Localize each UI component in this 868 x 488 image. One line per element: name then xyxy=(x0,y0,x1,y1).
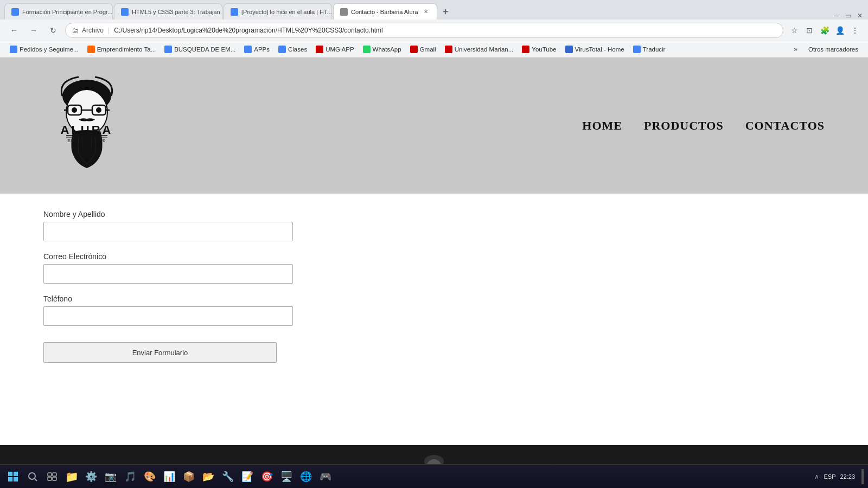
nav-home[interactable]: HOME xyxy=(582,119,622,133)
bookmark-label-universidad: Universidad Marian... xyxy=(455,46,514,53)
bookmark-others[interactable]: Otros marcadores xyxy=(805,43,861,55)
email-input[interactable] xyxy=(43,264,293,284)
reload-button[interactable]: ↻ xyxy=(46,23,61,38)
bookmark-star-icon[interactable]: ☆ xyxy=(788,24,801,37)
back-button[interactable]: ← xyxy=(7,23,22,38)
bookmark-whatsapp[interactable]: WhatsApp xyxy=(360,43,405,55)
logo-area: ALURA ESTD 2020 xyxy=(43,72,582,180)
taskbar-paint[interactable]: 🎨 xyxy=(141,468,158,485)
taskbar-up-arrow[interactable]: ∧ xyxy=(814,473,819,480)
tab-close-4[interactable]: ✕ xyxy=(422,8,430,16)
taskbar-files[interactable]: 📂 xyxy=(200,468,217,485)
browser-tab-1[interactable]: Formación Principiante en Progr... ✕ xyxy=(4,3,113,20)
bookmark-clases[interactable]: Clases xyxy=(275,43,310,55)
task-view-button[interactable] xyxy=(43,468,61,485)
svg-rect-28 xyxy=(53,477,56,480)
bookmark-pedidos[interactable]: Pedidos y Seguime... xyxy=(7,43,82,55)
bookmark-favicon-youtube xyxy=(522,46,529,53)
bookmark-favicon-whatsapp xyxy=(363,46,371,53)
taskbar-music[interactable]: 🎵 xyxy=(122,468,139,485)
taskbar-notepad[interactable]: 📝 xyxy=(239,468,256,485)
form-group-name: Nombre y Apellido xyxy=(43,210,825,241)
taskbar-camera[interactable]: 📷 xyxy=(102,468,119,485)
bookmark-label-emprendimiento: Emprendimiento Ta... xyxy=(97,46,156,53)
bookmark-universidad[interactable]: Universidad Marian... xyxy=(442,43,517,55)
profile-icon[interactable]: 👤 xyxy=(833,24,846,37)
url-scheme-icon: 🗂 xyxy=(72,27,79,34)
svg-rect-25 xyxy=(48,473,52,476)
taskbar-target[interactable]: 🎯 xyxy=(258,468,276,485)
bookmark-favicon-pedidos xyxy=(10,46,17,53)
taskbar-folder[interactable]: 📁 xyxy=(63,468,80,485)
svg-rect-26 xyxy=(53,473,56,476)
extensions-icon[interactable]: 🧩 xyxy=(818,24,831,37)
name-input[interactable] xyxy=(43,222,293,241)
minimize-button[interactable]: ─ xyxy=(832,12,840,20)
bookmark-label-traducir: Traducir xyxy=(643,46,666,53)
browser-tab-2[interactable]: HTML5 y CSS3 parte 3: Trabajan... ✕ xyxy=(114,3,222,20)
nav-products[interactable]: PRODUCTOS xyxy=(644,119,724,133)
bookmark-label-youtube: YouTube xyxy=(532,46,556,53)
bookmark-favicon-virustotal xyxy=(565,46,573,53)
close-window-button[interactable]: ✕ xyxy=(856,12,864,20)
bookmark-emprendimiento[interactable]: Emprendimiento Ta... xyxy=(84,43,159,55)
bookmark-favicon-busqueda xyxy=(164,46,172,53)
tab-favicon-1 xyxy=(11,8,19,16)
svg-rect-19 xyxy=(8,472,12,476)
taskbar-lang: ESP xyxy=(824,473,835,480)
nav-contacts[interactable]: CONTACTOS xyxy=(745,119,825,133)
bookmark-favicon-umg xyxy=(316,46,323,53)
bookmark-busqueda[interactable]: BUSQUEDA DE EM... xyxy=(161,43,239,55)
start-button[interactable] xyxy=(4,468,22,485)
taskbar-excel[interactable]: 📊 xyxy=(161,468,178,485)
svg-point-7 xyxy=(72,107,77,113)
bookmark-favicon-apps xyxy=(244,46,252,53)
bookmark-favicon-clases xyxy=(278,46,286,53)
cast-icon[interactable]: ⊡ xyxy=(803,24,816,37)
new-tab-button[interactable]: + xyxy=(438,4,454,20)
taskbar-tools[interactable]: 🔧 xyxy=(219,468,237,485)
name-label: Nombre y Apellido xyxy=(43,210,825,219)
bookmark-label-virustotal: VirusTotal - Home xyxy=(575,46,624,53)
bookmarks-more-button[interactable]: » xyxy=(790,44,801,54)
bookmark-favicon-emprendimiento xyxy=(87,46,95,53)
menu-icon[interactable]: ⋮ xyxy=(848,24,861,37)
taskbar-game[interactable]: 🎮 xyxy=(317,468,334,485)
taskbar-show-desktop[interactable] xyxy=(861,469,864,484)
bookmark-youtube[interactable]: YouTube xyxy=(519,43,559,55)
svg-rect-21 xyxy=(8,477,12,481)
taskbar-monitor[interactable]: 🖥️ xyxy=(278,468,295,485)
bookmark-umg[interactable]: UMG APP xyxy=(312,43,357,55)
forward-button[interactable]: → xyxy=(26,23,41,38)
bookmark-virustotal[interactable]: VirusTotal - Home xyxy=(562,43,628,55)
address-bar: ← → ↻ 🗂 Archivo | C:/Users/rip14/Desktop… xyxy=(0,20,868,41)
phone-input[interactable] xyxy=(43,306,293,326)
url-text: C:/Users/rip14/Desktop/Logica%20de%20pro… xyxy=(114,27,383,34)
barber-logo: ALURA ESTD 2020 xyxy=(43,72,130,180)
bookmark-label-clases: Clases xyxy=(288,46,307,53)
svg-point-8 xyxy=(96,107,101,113)
taskbar-time: 22:23 xyxy=(840,473,855,480)
email-label: Correo Electrónico xyxy=(43,252,825,261)
bookmark-gmail[interactable]: Gmail xyxy=(407,43,439,55)
taskbar-package[interactable]: 📦 xyxy=(180,468,197,485)
taskbar-browser[interactable]: 🌐 xyxy=(297,468,315,485)
bookmark-traducir[interactable]: Traducir xyxy=(630,43,669,55)
bookmark-favicon-traducir xyxy=(633,46,641,53)
svg-rect-27 xyxy=(48,477,52,480)
restore-button[interactable]: ▭ xyxy=(844,12,852,20)
svg-line-24 xyxy=(35,479,37,481)
svg-point-23 xyxy=(29,473,35,479)
bookmark-favicon-gmail xyxy=(410,46,418,53)
taskbar-settings[interactable]: ⚙️ xyxy=(82,468,100,485)
bookmark-others-label: Otros marcadores xyxy=(808,46,858,53)
url-bar[interactable]: 🗂 Archivo | C:/Users/rip14/Desktop/Logic… xyxy=(65,23,783,38)
bookmark-label-busqueda: BUSQUEDA DE EM... xyxy=(174,46,235,53)
submit-button[interactable]: Enviar Formulario xyxy=(43,342,277,363)
website-content: ALURA ESTD 2020 HOME PRODUCTOS CONTACTOS xyxy=(0,58,868,488)
browser-tab-3[interactable]: [Proyecto] lo hice en el aula | HT... ✕ xyxy=(224,3,332,20)
browser-tab-4[interactable]: Contacto - Barberia Alura ✕ xyxy=(333,3,437,20)
search-taskbar-button[interactable] xyxy=(24,468,41,485)
tab-favicon-2 xyxy=(121,8,129,16)
bookmark-apps[interactable]: APPs xyxy=(241,43,273,55)
